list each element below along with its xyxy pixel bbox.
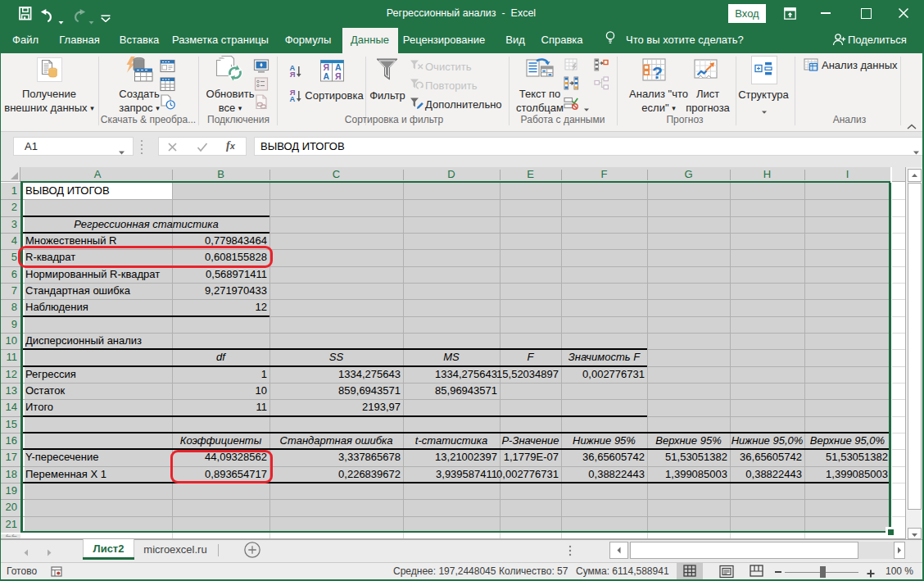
svg-text:А: А [324,71,330,81]
svg-text:Я: Я [290,70,296,78]
svg-text:Я: Я [335,71,342,81]
svg-text:?: ? [652,63,663,82]
